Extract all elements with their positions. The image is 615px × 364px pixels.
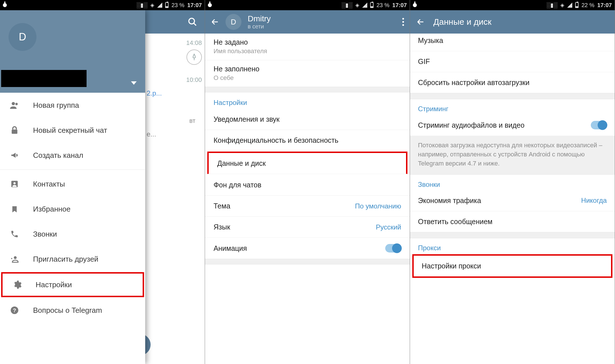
menu-new-group[interactable]: Новая группа	[0, 93, 145, 118]
row-language[interactable]: Язык Русский	[205, 217, 410, 238]
help-icon: ?	[10, 305, 19, 315]
pinned-icon	[186, 49, 202, 65]
menu-faq[interactable]: ? Вопросы о Telegram	[0, 298, 145, 323]
row-value: Не заполнено	[214, 65, 401, 73]
row-label: Музыка	[418, 36, 443, 45]
svg-point-3	[15, 103, 18, 106]
signal-icon	[362, 3, 367, 8]
vibrate-icon: ░▮░	[341, 2, 352, 9]
section-gap	[410, 93, 615, 99]
row-data-saver[interactable]: Экономия трафика Никогда	[410, 190, 615, 211]
row-proxy-settings[interactable]: Настройки прокси	[412, 254, 612, 278]
row-gif[interactable]: GIF	[410, 51, 615, 72]
person-add-icon	[10, 254, 19, 264]
profile-status: в сети	[248, 23, 271, 30]
menu-secret-chat[interactable]: Новый секретный чат	[0, 118, 145, 143]
menu-label: Контакты	[33, 180, 65, 189]
section-gap	[205, 87, 410, 92]
lock-icon	[10, 125, 19, 135]
row-data-storage[interactable]: Данные и диск	[207, 152, 407, 174]
drawer-header[interactable]: D	[0, 10, 145, 93]
status-bar: ░▮░ ◈ 23 % 17:07	[0, 0, 205, 10]
toggle-switch[interactable]	[385, 244, 401, 253]
row-reset-autodownload[interactable]: Сбросить настройки автозагрузки	[410, 72, 615, 93]
signal-icon	[157, 3, 162, 8]
row-chat-bg[interactable]: Фон для чатов	[205, 175, 410, 196]
more-icon[interactable]	[402, 18, 404, 26]
clock: 17:07	[597, 2, 612, 9]
screen-drawer: ░▮░ ◈ 23 % 17:07 14:08 10:00 2.p... вт е…	[0, 0, 205, 364]
wifi-icon: ◈	[150, 2, 154, 8]
menu-new-channel[interactable]: Создать канал	[0, 143, 145, 168]
row-value: Не задано	[214, 38, 401, 46]
row-streaming[interactable]: Стриминг аудиофайлов и видео	[410, 115, 615, 136]
row-reply-message[interactable]: Ответить сообщением	[410, 211, 615, 232]
main-header	[144, 10, 205, 34]
chat-preview: е...	[147, 130, 202, 138]
divider	[0, 169, 145, 170]
menu-label: Пригласить друзей	[33, 255, 98, 264]
notif-icon	[208, 3, 212, 7]
menu-calls[interactable]: Звонки	[0, 222, 145, 247]
screen-data-storage: ░▮░ ◈ 22 % 17:07 Данные и диск Музыка GI…	[410, 0, 615, 364]
back-icon[interactable]	[211, 18, 219, 26]
section-header: Звонки	[410, 175, 615, 190]
row-privacy[interactable]: Конфиденциальность и безопасность	[205, 130, 410, 151]
section-gap	[410, 232, 615, 238]
row-bio[interactable]: Не заполнено О себе	[205, 60, 410, 87]
clock: 17:07	[187, 2, 202, 9]
row-theme[interactable]: Тема По умолчанию	[205, 196, 410, 217]
menu-label: Новый секретный чат	[33, 126, 107, 135]
svg-rect-4	[12, 130, 17, 134]
group-icon	[10, 100, 19, 110]
menu-invite[interactable]: Пригласить друзей	[0, 247, 145, 272]
page-title: Данные и диск	[433, 17, 491, 27]
row-music[interactable]: Музыка	[410, 34, 615, 51]
row-label: О себе	[214, 74, 401, 82]
redacted-name	[1, 70, 87, 87]
row-username[interactable]: Не задано Имя пользователя	[205, 34, 410, 60]
menu-saved[interactable]: Избранное	[0, 197, 145, 222]
menu-contacts[interactable]: Контакты	[0, 171, 145, 197]
svg-point-7	[14, 256, 17, 259]
section-gap	[205, 259, 410, 264]
profile-header: D Dmitry в сети	[205, 10, 410, 34]
toggle-switch[interactable]	[591, 121, 607, 129]
row-label: Уведомления и звук	[214, 115, 280, 123]
row-animation[interactable]: Анимация	[205, 238, 410, 259]
row-label: Язык	[214, 223, 230, 231]
menu-settings[interactable]: Настройки	[1, 272, 144, 297]
person-icon	[10, 179, 19, 189]
search-icon[interactable]	[188, 17, 197, 27]
svg-point-0	[189, 18, 194, 24]
row-label: Тема	[214, 202, 230, 210]
row-label: Стриминг аудиофайлов и видео	[418, 121, 524, 129]
back-icon[interactable]	[416, 18, 425, 26]
signal-icon	[567, 3, 572, 8]
chat-time: 10:00	[147, 76, 202, 84]
chat-list-bg: 14:08 10:00 2.p... вт е...	[144, 10, 205, 364]
avatar[interactable]: D	[9, 23, 36, 51]
nav-drawer: D Новая группа Новый секретный чат Созда…	[0, 10, 145, 364]
row-notifications[interactable]: Уведомления и звук	[205, 109, 410, 130]
row-label: GIF	[418, 57, 430, 66]
page-header: Данные и диск	[410, 10, 615, 34]
row-label: Данные и диск	[217, 159, 266, 167]
row-label: Настройки прокси	[422, 262, 481, 270]
screen-settings: ░▮░ ◈ 23 % 17:07 D Dmitry в сети Не зада…	[205, 0, 410, 364]
section-header: Прокси	[410, 238, 615, 254]
row-label: Имя пользователя	[214, 47, 401, 55]
row-label: Сбросить настройки автозагрузки	[418, 78, 530, 87]
svg-text:?: ?	[13, 307, 16, 313]
row-label: Экономия трафика	[418, 197, 481, 205]
section-description: Потоковая загрузка недоступна для некото…	[410, 136, 615, 175]
battery-pct: 23 %	[171, 2, 184, 9]
row-label: Ответить сообщением	[418, 218, 493, 226]
avatar[interactable]: D	[226, 14, 241, 30]
svg-line-1	[194, 23, 196, 26]
chat-preview: 2.p...	[147, 89, 202, 97]
chevron-down-icon[interactable]	[131, 81, 137, 85]
wifi-icon: ◈	[560, 2, 564, 8]
menu-label: Настройки	[36, 280, 72, 289]
row-label: Анимация	[214, 244, 247, 253]
